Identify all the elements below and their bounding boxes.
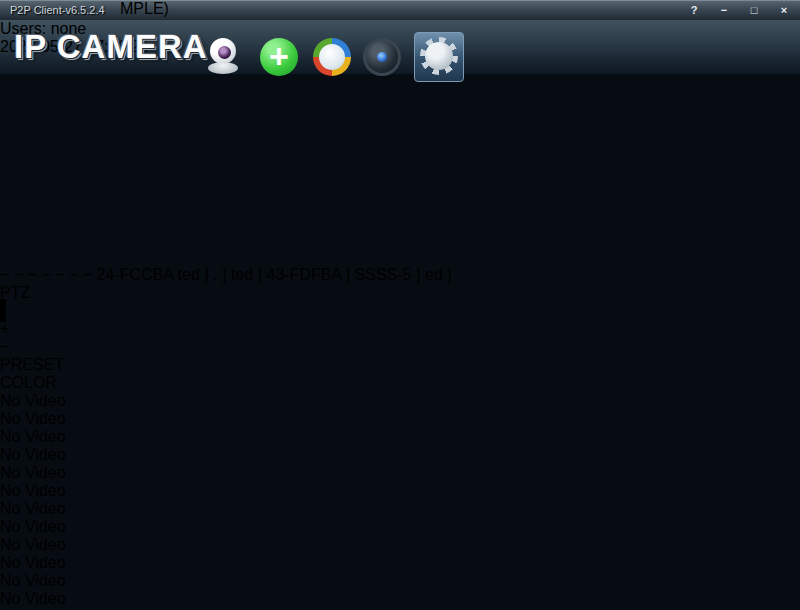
zoom-out-button[interactable]: − — [0, 338, 800, 356]
color-button[interactable]: COLOR — [0, 374, 800, 392]
video-cell-header: No Video — [0, 482, 800, 500]
video-cell[interactable]: No Video — [0, 464, 800, 482]
video-cell[interactable]: No Video — [0, 392, 800, 410]
preset-button[interactable]: PRESET — [0, 356, 800, 374]
redacted-tree-text — [0, 208, 90, 226]
video-cell-header: No Video — [0, 554, 800, 572]
tree-item-fragment[interactable]: ] — [346, 266, 350, 283]
no-video-label: No Video — [0, 392, 66, 409]
redacted-tree-text — [0, 188, 110, 208]
tree-collapse-toggle[interactable]: − — [14, 266, 23, 283]
help-button[interactable]: ? — [684, 3, 704, 17]
tree-collapse-toggle[interactable]: − — [28, 266, 37, 283]
playback-icon[interactable] — [311, 36, 353, 78]
window-controls: ? − □ × — [684, 3, 794, 17]
no-video-label: No Video — [0, 428, 66, 445]
iris-close-icon — [0, 299, 6, 322]
redacted-tree-text — [0, 248, 92, 266]
power-icon[interactable] — [0, 36, 42, 78]
settings-gear-button[interactable] — [414, 32, 464, 82]
no-video-label: No Video — [0, 500, 66, 517]
webcam-base — [208, 62, 238, 74]
steering-wheel-icon[interactable] — [361, 36, 403, 78]
video-cell-header: No Video — [0, 464, 800, 482]
tree-item-fragment[interactable]: ted ] — [231, 266, 262, 283]
video-cell-header: No Video — [0, 410, 800, 428]
no-video-label: No Video — [0, 464, 66, 481]
video-cell-header: No Video — [0, 428, 800, 446]
video-cell[interactable]: No Video — [0, 482, 800, 500]
tree-collapse-toggle[interactable]: − — [41, 266, 50, 283]
video-cell[interactable]: No Video — [0, 590, 800, 608]
no-video-label: No Video — [0, 536, 66, 553]
main-toolbar: IP CAMERA Users: none 2022-05-27 17:26:2… — [0, 20, 800, 75]
tree-item-fragment[interactable]: . ] — [213, 266, 226, 283]
video-cell-header: No Video — [0, 500, 800, 518]
redacted-tree-text — [0, 166, 105, 188]
plus-badge: + — [0, 320, 9, 337]
redacted-tree-text — [0, 140, 125, 166]
video-cell[interactable]: No Video — [0, 410, 800, 428]
redacted-tree-text — [0, 88, 130, 114]
app-logo: IP CAMERA — [14, 28, 208, 66]
play-triangle — [328, 48, 349, 64]
video-cell-header: No Video — [0, 572, 800, 590]
video-cell-header: No Video — [0, 590, 800, 608]
tree-item-fragment[interactable]: 43-FDFBA — [266, 266, 341, 283]
iris-close-button[interactable] — [0, 302, 800, 320]
zoom-in-button[interactable]: + — [0, 320, 800, 338]
minus-badge: − — [0, 338, 9, 355]
webcam-icon[interactable] — [204, 36, 246, 78]
add-device-icon[interactable] — [258, 36, 300, 78]
tree-item-fragment[interactable]: ] — [416, 266, 420, 283]
no-video-label: No Video — [0, 482, 66, 499]
close-button[interactable]: × — [774, 3, 794, 17]
video-cell[interactable]: No Video — [0, 446, 800, 464]
maximize-button[interactable]: □ — [744, 3, 764, 17]
no-video-label: No Video — [0, 554, 66, 571]
tree-item-fragment[interactable]: ed ] — [425, 266, 452, 283]
redacted-tree-text — [0, 226, 100, 248]
video-cell-header: No Video — [0, 446, 800, 464]
no-video-label: No Video — [0, 572, 66, 589]
redacted-tree-text — [0, 114, 115, 140]
tree-collapse-toggle[interactable]: − — [0, 266, 9, 283]
video-cell-header: No Video — [0, 536, 800, 554]
video-cell[interactable]: No Video — [0, 572, 800, 590]
tree-item-fragment[interactable]: ted ] — [178, 266, 209, 283]
minimize-button[interactable]: − — [714, 3, 734, 17]
video-cell[interactable]: No Video — [0, 554, 800, 572]
no-video-label: No Video — [0, 590, 66, 607]
video-cell-header: No Video — [0, 518, 800, 536]
tree-collapse-toggle[interactable]: − — [69, 266, 78, 283]
no-video-label: No Video — [0, 518, 66, 535]
video-cell[interactable]: No Video — [0, 500, 800, 518]
video-grid: No Video No Video No Video No Video No V… — [0, 392, 800, 610]
video-cell[interactable]: No Video — [0, 428, 800, 446]
tree-item-fragment[interactable]: 24-FCCBA — [97, 266, 173, 283]
tree-collapse-toggle[interactable]: − — [83, 266, 92, 283]
ptz-pad: + − — [0, 302, 800, 356]
video-cell[interactable]: No Video — [0, 518, 800, 536]
no-video-label: No Video — [0, 446, 66, 463]
video-cell-header: No Video — [0, 392, 800, 410]
tree-item-fragment[interactable]: SSSS-5 — [355, 266, 412, 283]
tree-collapse-toggle[interactable]: − — [55, 266, 64, 283]
no-video-label: No Video — [0, 410, 66, 427]
ptz-header[interactable]: PTZ — [0, 284, 800, 302]
window-title: P2P Client-v6.5.2.4 — [10, 4, 105, 16]
video-cell[interactable]: No Video — [0, 536, 800, 554]
gear-icon — [420, 37, 458, 75]
